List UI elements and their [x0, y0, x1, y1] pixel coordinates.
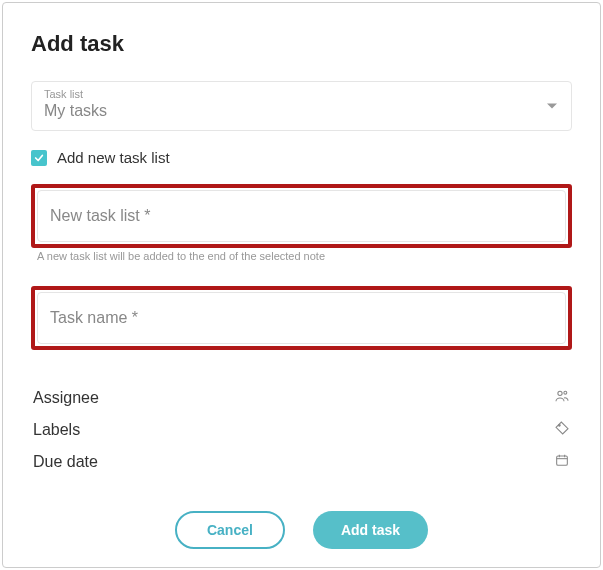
labels-label: Labels — [33, 421, 80, 439]
task-list-select-value: My tasks — [44, 102, 107, 119]
dialog-footer: Cancel Add task — [3, 511, 600, 549]
svg-point-1 — [564, 391, 567, 394]
add-task-dialog: Add task Task list My tasks Add new task… — [2, 2, 601, 568]
due-date-row[interactable]: Due date — [31, 446, 572, 478]
calendar-icon — [554, 452, 570, 472]
svg-point-0 — [558, 391, 562, 395]
svg-rect-3 — [557, 456, 568, 465]
checkbox-checked-icon — [31, 150, 47, 166]
chevron-down-icon — [547, 104, 557, 109]
task-list-select[interactable]: Task list My tasks — [31, 81, 572, 131]
add-new-list-label: Add new task list — [57, 149, 170, 166]
new-task-list-input[interactable] — [37, 190, 566, 242]
highlight-new-task-list — [31, 184, 572, 248]
highlight-task-name — [31, 286, 572, 350]
task-list-select-label: Task list — [44, 88, 559, 100]
new-task-list-helper: A new task list will be added to the end… — [31, 250, 572, 262]
add-new-list-checkbox-row[interactable]: Add new task list — [31, 149, 572, 166]
assignee-label: Assignee — [33, 389, 99, 407]
tag-icon — [554, 420, 570, 440]
assignee-row[interactable]: Assignee — [31, 382, 572, 414]
add-task-button[interactable]: Add task — [313, 511, 428, 549]
task-name-input[interactable] — [37, 292, 566, 344]
cancel-button[interactable]: Cancel — [175, 511, 285, 549]
labels-row[interactable]: Labels — [31, 414, 572, 446]
dialog-title: Add task — [31, 31, 572, 57]
due-date-label: Due date — [33, 453, 98, 471]
svg-point-2 — [558, 424, 560, 426]
assignee-icon — [554, 388, 570, 408]
